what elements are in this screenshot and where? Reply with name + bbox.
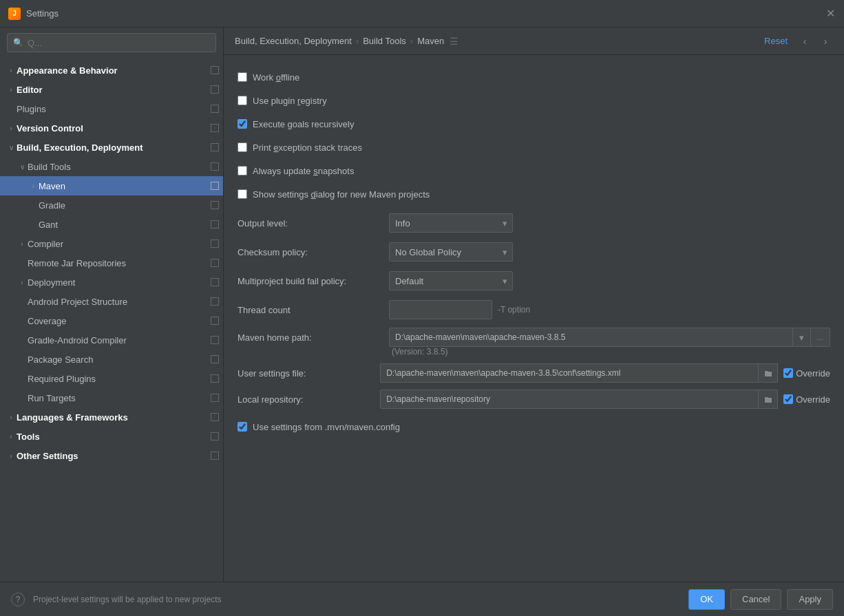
maven-home-input[interactable]	[389, 328, 793, 347]
sidebar-item-label: Required Plugins	[28, 374, 211, 384]
output-level-label: Output level:	[238, 218, 389, 229]
bottom-note: Project-level settings will be applied t…	[33, 595, 683, 604]
multiproject-policy-select[interactable]: Default Never AtEnd Always	[389, 271, 513, 290]
page-icon	[211, 317, 219, 325]
breadcrumb-sep2: ›	[410, 36, 413, 46]
sidebar-item-other-settings[interactable]: › Other Settings	[0, 446, 223, 465]
arrow-icon: ›	[6, 84, 17, 95]
sidebar-item-build-tools[interactable]: ∨ Build Tools	[0, 157, 223, 176]
user-settings-override-checkbox[interactable]	[783, 368, 793, 378]
arrow-icon: ∨	[17, 161, 28, 172]
reset-button[interactable]: Reset	[760, 34, 792, 47]
sidebar-item-gradle[interactable]: › Gradle	[0, 195, 223, 215]
folder-icon	[764, 369, 772, 377]
close-button[interactable]: ✕	[825, 8, 836, 19]
page-icon	[211, 259, 219, 267]
help-button[interactable]: ?	[11, 593, 25, 606]
search-box[interactable]: 🔍	[7, 33, 216, 52]
output-level-select-wrapper: Debug Info Warn Error	[389, 213, 513, 233]
work-offline-label[interactable]: Work offline	[253, 72, 299, 83]
show-settings-label[interactable]: Show settings dialog for new Maven proje…	[253, 189, 430, 200]
arrow-icon: ›	[28, 180, 39, 191]
checksum-policy-select[interactable]: No Global Policy Warn Fail	[389, 242, 513, 262]
checkbox-work-offline: Work offline	[238, 66, 830, 88]
multiproject-policy-row: Multiproject build fail policy: Default …	[238, 270, 830, 292]
breadcrumb-current: Maven	[417, 36, 444, 46]
user-settings-input-wrapper	[380, 363, 778, 383]
maven-home-dropdown-button[interactable]: ▾	[793, 328, 811, 347]
cancel-button[interactable]: Cancel	[730, 589, 781, 610]
sidebar-item-label: Coverage	[28, 316, 211, 326]
sidebar-item-version-control[interactable]: › Version Control	[0, 118, 223, 138]
sidebar-item-label: Tools	[17, 432, 211, 442]
sidebar-item-editor[interactable]: › Editor	[0, 80, 223, 99]
sidebar-item-languages[interactable]: › Languages & Frameworks	[0, 407, 223, 427]
sidebar-item-maven[interactable]: › Maven	[0, 176, 223, 195]
sidebar-item-label: Other Settings	[17, 451, 211, 461]
page-icon	[211, 413, 219, 421]
user-settings-browse-button[interactable]	[759, 363, 778, 383]
breadcrumb-menu-icon[interactable]: ☰	[450, 36, 458, 47]
user-settings-input[interactable]	[380, 363, 759, 383]
thread-count-input[interactable]	[389, 300, 492, 319]
local-repo-override-label[interactable]: Override	[796, 394, 830, 405]
sidebar-item-build-exec[interactable]: ∨ Build, Execution, Deployment	[0, 138, 223, 157]
nav-back-button[interactable]: ‹	[797, 34, 812, 49]
sidebar-item-gant[interactable]: › Gant	[0, 215, 223, 234]
output-level-row: Output level: Debug Info Warn Error	[238, 212, 830, 234]
always-update-checkbox[interactable]	[238, 166, 247, 176]
sidebar-item-coverage[interactable]: › Coverage	[0, 311, 223, 330]
sidebar-item-remote-jar[interactable]: › Remote Jar Repositories	[0, 253, 223, 273]
sidebar-item-appearance[interactable]: › Appearance & Behavior	[0, 61, 223, 80]
page-icon	[211, 336, 219, 344]
sidebar-item-package-search[interactable]: › Package Search	[0, 350, 223, 369]
sidebar-item-tools[interactable]: › Tools	[0, 427, 223, 446]
print-exception-label[interactable]: Print exception stack traces	[253, 142, 362, 153]
plugin-registry-label[interactable]: Use plugin registry	[253, 96, 327, 106]
content-area: 🔍 › Appearance & Behavior › Editor	[0, 28, 844, 582]
page-icon	[211, 201, 219, 209]
always-update-label[interactable]: Always update snapshots	[253, 166, 354, 176]
apply-button[interactable]: Apply	[787, 589, 833, 610]
ok-button[interactable]: OK	[688, 589, 725, 610]
sidebar-item-label: Editor	[17, 85, 211, 95]
output-level-select[interactable]: Debug Info Warn Error	[389, 213, 513, 233]
local-repo-browse-button[interactable]	[759, 390, 778, 409]
sidebar-item-deployment[interactable]: › Deployment	[0, 273, 223, 292]
sidebar-item-plugins[interactable]: › Plugins	[0, 99, 223, 118]
local-repo-input[interactable]	[380, 390, 759, 409]
settings-dialog: J Settings ✕ 🔍 › Appearance & Behavior ›	[0, 0, 844, 616]
maven-version-text: (Version: 3.8.5)	[392, 347, 830, 357]
execute-goals-label[interactable]: Execute goals recursively	[253, 119, 354, 129]
page-icon	[211, 432, 219, 440]
print-exception-checkbox[interactable]	[238, 142, 247, 152]
maven-home-browse-button[interactable]: …	[811, 328, 830, 347]
user-settings-override-label[interactable]: Override	[796, 368, 830, 379]
show-settings-checkbox[interactable]	[238, 189, 247, 199]
sidebar-item-label: Plugins	[17, 104, 211, 114]
sidebar-item-label: Deployment	[28, 277, 211, 288]
sidebar-item-android-project[interactable]: › Android Project Structure	[0, 292, 223, 311]
main-panel: Build, Execution, Deployment › Build Too…	[224, 28, 844, 582]
search-input[interactable]	[28, 38, 210, 48]
sidebar-item-required-plugins[interactable]: › Required Plugins	[0, 369, 223, 388]
user-settings-row: User settings file: Override	[238, 363, 830, 383]
page-icon	[211, 85, 219, 94]
sidebar-item-label: Remote Jar Repositories	[28, 258, 211, 268]
page-icon	[211, 66, 219, 74]
sidebar-item-label: Android Project Structure	[28, 297, 211, 307]
work-offline-checkbox[interactable]	[238, 72, 247, 82]
page-icon	[211, 240, 219, 248]
sidebar-item-compiler[interactable]: › Compiler	[0, 234, 223, 253]
nav-forward-button[interactable]: ›	[818, 34, 833, 49]
sidebar-item-run-targets[interactable]: › Run Targets	[0, 388, 223, 407]
sidebar-item-gradle-android[interactable]: › Gradle-Android Compiler	[0, 330, 223, 350]
local-repo-override-checkbox[interactable]	[783, 394, 793, 404]
use-mvn-config-checkbox[interactable]	[238, 422, 247, 432]
page-icon	[211, 355, 219, 363]
execute-goals-checkbox[interactable]	[238, 119, 247, 129]
use-mvn-config-label[interactable]: Use settings from .mvn/maven.config	[253, 422, 400, 432]
sidebar-item-label: Package Search	[28, 354, 211, 365]
plugin-registry-checkbox[interactable]	[238, 96, 247, 105]
local-repo-override-wrapper: Override	[783, 394, 830, 405]
